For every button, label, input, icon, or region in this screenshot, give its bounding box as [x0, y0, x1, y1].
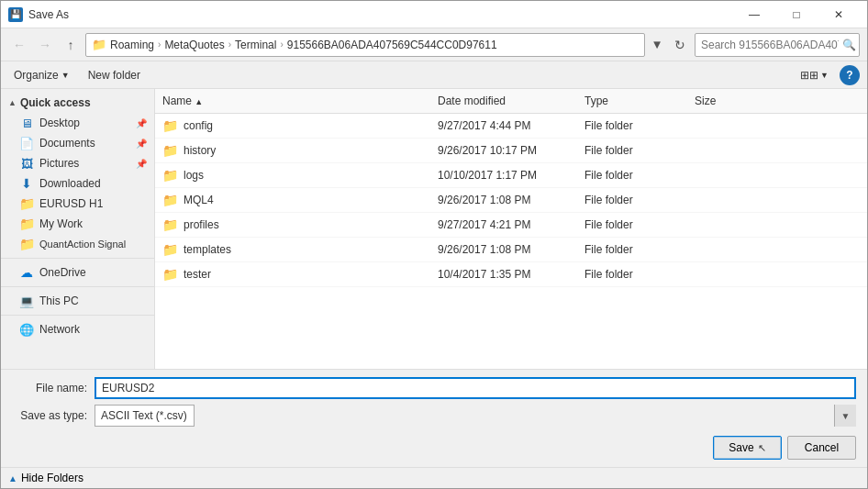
- view-icon: ⊞⊞: [800, 69, 818, 82]
- organize-button[interactable]: Organize ▼: [8, 67, 75, 83]
- documents-icon: 📄: [19, 136, 34, 150]
- quantaction-folder-icon: 📁: [19, 237, 34, 251]
- sidebar-item-documents[interactable]: 📄 Documents 📌: [1, 133, 154, 153]
- breadcrumb-roaming[interactable]: Roaming: [110, 39, 154, 51]
- sidebar-item-mywork[interactable]: 📁 My Work: [1, 214, 154, 234]
- breadcrumb-metaquotes[interactable]: MetaQuotes: [164, 39, 224, 51]
- table-row[interactable]: 📁history 9/26/2017 10:17 PM File folder: [155, 139, 867, 163]
- minimize-button[interactable]: —: [733, 1, 775, 28]
- hide-folders-chevron-icon: ▲: [8, 473, 17, 483]
- thispc-icon: 💻: [19, 294, 34, 308]
- breadcrumb-sep2: ›: [228, 39, 231, 50]
- folder-icon: 📁: [162, 143, 178, 158]
- breadcrumb-bar[interactable]: 📁 Roaming › MetaQuotes › Terminal › 9155…: [85, 33, 645, 57]
- sidebar-item-desktop-label: Desktop: [39, 117, 80, 129]
- quick-access-chevron-icon: ▲: [8, 98, 17, 107]
- close-button[interactable]: ✕: [818, 1, 860, 28]
- onedrive-icon: ☁: [19, 265, 34, 280]
- action-toolbar: Organize ▼ New folder ⊞⊞ ▼ ?: [1, 61, 867, 89]
- file-list-header: Name ▲ Date modified Type Size: [155, 89, 867, 114]
- filename-input[interactable]: [95, 377, 856, 399]
- col-header-name[interactable]: Name ▲: [155, 93, 430, 109]
- sidebar-section-quick-access[interactable]: ▲ Quick access: [1, 93, 154, 113]
- sidebar-item-documents-label: Documents: [39, 137, 95, 150]
- pin-icon-docs: 📌: [136, 139, 147, 149]
- help-button[interactable]: ?: [840, 65, 860, 85]
- search-box[interactable]: 🔍: [695, 33, 860, 57]
- forward-button[interactable]: →: [34, 34, 56, 56]
- sidebar-item-mywork-label: My Work: [39, 217, 83, 230]
- network-icon: 🌐: [19, 322, 34, 337]
- breadcrumb-folder-icon: 📁: [92, 38, 106, 51]
- hide-folders-row[interactable]: ▲ Hide Folders: [1, 467, 867, 488]
- table-row[interactable]: 📁logs 10/10/2017 1:17 PM File folder: [155, 163, 867, 188]
- sidebar-item-pictures-label: Pictures: [39, 157, 79, 170]
- table-row[interactable]: 📁config 9/27/2017 4:44 PM File folder: [155, 114, 867, 139]
- breadcrumb-dropdown-button[interactable]: ▼: [649, 34, 665, 56]
- sidebar-item-onedrive[interactable]: ☁ OneDrive: [1, 262, 154, 283]
- sidebar-item-quantaction-label: QuantAction Signal: [39, 239, 126, 250]
- folder-icon: 📁: [162, 168, 178, 183]
- breadcrumb-terminal[interactable]: Terminal: [235, 39, 276, 51]
- sidebar-item-downloaded[interactable]: ⬇ Downloaded: [1, 173, 154, 194]
- folder-icon: 📁: [162, 242, 178, 257]
- pictures-icon: 🖼: [19, 156, 34, 171]
- search-input[interactable]: [701, 39, 839, 51]
- filename-label: File name:: [12, 382, 95, 395]
- downloaded-folder-icon: ⬇: [19, 176, 34, 191]
- up-button[interactable]: ↑: [60, 34, 82, 56]
- sidebar-item-thispc[interactable]: 💻 This PC: [1, 291, 154, 311]
- search-icon: 🔍: [842, 39, 856, 51]
- select-arrow-icon: ▼: [834, 405, 856, 427]
- sidebar-section-quick-access-label: Quick access: [20, 96, 91, 109]
- save-cursor-icon: ↖: [758, 442, 766, 454]
- sidebar-item-onedrive-label: OneDrive: [39, 266, 86, 279]
- window-icon: 💾: [8, 7, 23, 22]
- filename-row: File name:: [12, 377, 856, 399]
- table-row[interactable]: 📁profiles 9/27/2017 4:21 PM File folder: [155, 213, 867, 238]
- breadcrumb-sep1: ›: [158, 39, 161, 50]
- filetype-row: Save as type: ASCII Text (*.csv) ▼: [12, 405, 856, 427]
- view-dropdown-icon: ▼: [820, 71, 829, 80]
- mywork-folder-icon: 📁: [19, 217, 34, 231]
- filetype-label: Save as type:: [12, 409, 95, 422]
- table-row[interactable]: 📁tester 10/4/2017 1:35 PM File folder: [155, 262, 867, 287]
- refresh-button[interactable]: ↻: [669, 34, 691, 56]
- sidebar-item-quantaction[interactable]: 📁 QuantAction Signal: [1, 234, 154, 254]
- col-header-date[interactable]: Date modified: [430, 93, 577, 109]
- breadcrumb-sep3: ›: [280, 39, 283, 50]
- folder-icon: 📁: [162, 193, 178, 207]
- sidebar-item-eurusd-label: EURUSD H1: [39, 197, 103, 210]
- col-header-size[interactable]: Size: [687, 93, 761, 109]
- breadcrumb-hash[interactable]: 915566BA06ADA407569C544CC0D97611: [287, 39, 497, 51]
- sidebar-item-eurusd[interactable]: 📁 EURUSD H1: [1, 194, 154, 214]
- organize-label: Organize: [14, 69, 59, 82]
- table-row[interactable]: 📁templates 9/26/2017 1:08 PM File folder: [155, 238, 867, 262]
- pin-icon: 📌: [136, 118, 147, 128]
- dialog-buttons-row: Save ↖ Cancel: [12, 432, 856, 460]
- table-row[interactable]: 📁MQL4 9/26/2017 1:08 PM File folder: [155, 188, 867, 213]
- cancel-button[interactable]: Cancel: [787, 436, 856, 460]
- sort-indicator-icon: ▲: [195, 97, 203, 106]
- sidebar-item-network-label: Network: [39, 323, 80, 336]
- filetype-select[interactable]: ASCII Text (*.csv): [95, 405, 195, 427]
- sidebar: ▲ Quick access 🖥 Desktop 📌 📄 Documents 📌…: [1, 89, 155, 369]
- sidebar-item-downloaded-label: Downloaded: [39, 177, 101, 190]
- hide-folders-label: Hide Folders: [21, 472, 83, 484]
- save-button[interactable]: Save ↖: [713, 436, 782, 460]
- title-bar: 💾 Save As — □ ✕: [1, 1, 867, 28]
- eurusd-folder-icon: 📁: [19, 196, 34, 211]
- desktop-icon: 🖥: [19, 116, 34, 130]
- sidebar-item-desktop[interactable]: 🖥 Desktop 📌: [1, 113, 154, 133]
- pin-icon-pics: 📌: [136, 159, 147, 169]
- file-list-area: Name ▲ Date modified Type Size 📁config 9…: [155, 89, 867, 369]
- col-header-type[interactable]: Type: [577, 93, 687, 109]
- organize-chevron-icon: ▼: [61, 71, 70, 80]
- sidebar-item-network[interactable]: 🌐 Network: [1, 319, 154, 339]
- sidebar-item-thispc-label: This PC: [39, 295, 79, 307]
- new-folder-button[interactable]: New folder: [83, 67, 146, 83]
- back-button[interactable]: ←: [8, 34, 30, 56]
- view-button[interactable]: ⊞⊞ ▼: [796, 67, 832, 83]
- maximize-button[interactable]: □: [775, 1, 818, 28]
- sidebar-item-pictures[interactable]: 🖼 Pictures 📌: [1, 153, 154, 173]
